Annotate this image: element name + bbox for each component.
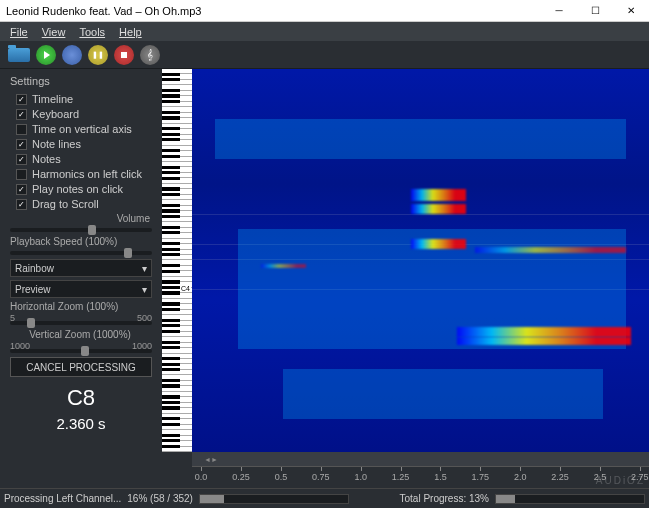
piano-keyboard[interactable]: C4 — [162, 69, 192, 452]
check-timeline[interactable]: ✓Timeline — [16, 93, 152, 105]
forward-button[interactable] — [62, 45, 82, 65]
window-controls: ─ ☐ ✕ — [541, 0, 649, 21]
window-titlebar: Leonid Rudenko feat. Vad – Oh Oh.mp3 ─ ☐… — [0, 0, 649, 22]
menu-help[interactable]: Help — [113, 25, 148, 39]
check-time-vertical[interactable]: Time on vertical axis — [16, 123, 152, 135]
preview-dropdown[interactable]: Preview▾ — [10, 280, 152, 298]
maximize-button[interactable]: ☐ — [577, 0, 613, 21]
settings-header: Settings — [10, 75, 152, 87]
time-readout: 2.360 s — [10, 415, 152, 432]
menubar: File View Tools Help — [0, 22, 649, 41]
ruler-tick-label: 0.75 — [312, 472, 330, 482]
note-readout: C8 — [10, 385, 152, 411]
check-harmonics[interactable]: Harmonics on left click — [16, 168, 152, 180]
check-note-lines[interactable]: ✓Note lines — [16, 138, 152, 150]
toolbar — [0, 41, 649, 69]
menu-tools[interactable]: Tools — [73, 25, 111, 39]
color-scheme-dropdown[interactable]: Rainbow▾ — [10, 259, 152, 277]
vzoom-slider[interactable] — [10, 349, 152, 353]
spectrogram[interactable] — [192, 69, 649, 452]
channel-progress — [199, 494, 349, 504]
menu-file[interactable]: File — [4, 25, 34, 39]
status-left-label: Processing Left Channel... — [4, 493, 121, 504]
minimize-button[interactable]: ─ — [541, 0, 577, 21]
ruler-tick-label: 1.0 — [354, 472, 367, 482]
speed-label: Playback Speed (100%) — [10, 236, 152, 247]
status-left-percent: 16% (58 / 352) — [127, 493, 193, 504]
play-button[interactable] — [36, 45, 56, 65]
settings-panel: Settings ✓Timeline ✓Keyboard Time on ver… — [0, 69, 162, 488]
check-drag-scroll[interactable]: ✓Drag to Scroll — [16, 198, 152, 210]
ruler-tick-label: 0.25 — [232, 472, 250, 482]
ruler-tick-label: 1.5 — [434, 472, 447, 482]
menu-view[interactable]: View — [36, 25, 72, 39]
check-keyboard[interactable]: ✓Keyboard — [16, 108, 152, 120]
ruler-tick-label: 2.0 — [514, 472, 527, 482]
ruler-tick-label: 0.5 — [275, 472, 288, 482]
watermark: AUDiOZ — [596, 475, 645, 486]
volume-slider[interactable] — [10, 228, 152, 232]
stop-button[interactable] — [114, 45, 134, 65]
ruler-tick-label: 1.25 — [392, 472, 410, 482]
horizontal-scrollbar[interactable] — [192, 452, 649, 466]
time-ruler[interactable]: 0.00.250.50.751.01.251.51.752.02.252.52.… — [192, 466, 649, 488]
c4-label: C4 — [180, 285, 191, 292]
ruler-tick-label: 1.75 — [472, 472, 490, 482]
close-button[interactable]: ✕ — [613, 0, 649, 21]
pause-button[interactable] — [88, 45, 108, 65]
visualization-area: C4 0.00.250.50.751.01.251.51.752.02.252 — [162, 69, 649, 488]
speed-slider[interactable] — [10, 251, 152, 255]
hzoom-slider[interactable] — [10, 321, 152, 325]
music-icon[interactable] — [140, 45, 160, 65]
check-play-notes[interactable]: ✓Play notes on click — [16, 183, 152, 195]
statusbar: Processing Left Channel... 16% (58 / 352… — [0, 488, 649, 508]
open-file-icon[interactable] — [8, 48, 30, 62]
hzoom-label: Horizontal Zoom (100%) — [10, 301, 152, 312]
vzoom-label: Vertical Zoom (1000%) — [10, 329, 152, 340]
volume-label: Volume — [10, 213, 152, 224]
cancel-processing-button[interactable]: CANCEL PROCESSING — [10, 357, 152, 377]
chevron-down-icon: ▾ — [142, 263, 147, 274]
chevron-down-icon: ▾ — [142, 284, 147, 295]
check-notes[interactable]: ✓Notes — [16, 153, 152, 165]
status-total-label: Total Progress: 13% — [400, 493, 490, 504]
ruler-tick-label: 2.25 — [551, 472, 569, 482]
window-title: Leonid Rudenko feat. Vad – Oh Oh.mp3 — [6, 5, 201, 17]
total-progress — [495, 494, 645, 504]
ruler-tick-label: 0.0 — [195, 472, 208, 482]
